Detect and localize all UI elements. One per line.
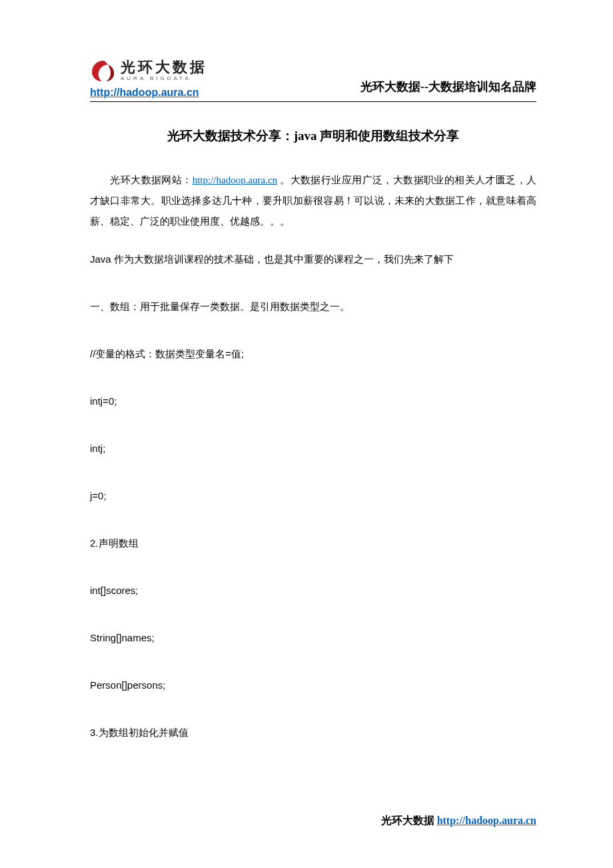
paragraph-var-format: //变量的格式：数据类型变量名=值;: [90, 346, 536, 362]
page-footer: 光环大数据 http://hadoop.aura.cn: [381, 814, 536, 828]
document-title: 光环大数据技术分享：java 声明和使用数组技术分享: [90, 127, 536, 145]
logo-block: 光环大数据 AURA BIGDATA http://hadoop.aura.cn: [90, 59, 207, 99]
aura-logo-icon: [90, 59, 117, 83]
code-person-persons: Person[]persons;: [90, 677, 536, 693]
page-header: 光环大数据 AURA BIGDATA http://hadoop.aura.cn…: [90, 59, 536, 99]
intro-paragraph: 光环大数据网站：http://hadoop.aura.cn 。大数据行业应用广泛…: [90, 170, 536, 231]
document-body: 光环大数据技术分享：java 声明和使用数组技术分享 光环大数据网站：http:…: [90, 102, 536, 741]
intro-website-link[interactable]: http://hadoop.aura.cn: [193, 175, 277, 185]
code-string-names: String[]names;: [90, 630, 536, 646]
code-j-eq-0: j=0;: [90, 488, 536, 504]
intro-pre: 光环大数据网站：: [110, 175, 193, 185]
code-intj-eq-0: intj=0;: [90, 393, 536, 409]
footer-label: 光环大数据: [381, 815, 437, 826]
logo-text-en: AURA BIGDATA: [121, 76, 207, 81]
paragraph-declare-array: 2.声明数组: [90, 535, 536, 551]
code-int-scores: int[]scores;: [90, 583, 536, 599]
logo-text-cn: 光环大数据: [121, 60, 207, 75]
paragraph-java-basis: Java 作为大数据培训课程的技术基础，也是其中重要的课程之一，我们先来了解下: [90, 251, 536, 267]
header-website-link[interactable]: http://hadoop.aura.cn: [90, 87, 207, 99]
footer-website-link[interactable]: http://hadoop.aura.cn: [437, 815, 536, 826]
code-intj: intj;: [90, 441, 536, 457]
paragraph-init-array: 3.为数组初始化并赋值: [90, 725, 536, 741]
paragraph-section-1: 一、数组：用于批量保存一类数据。是引用数据类型之一。: [90, 299, 536, 315]
brand-slogan: 光环大数据--大数据培训知名品牌: [360, 79, 536, 95]
